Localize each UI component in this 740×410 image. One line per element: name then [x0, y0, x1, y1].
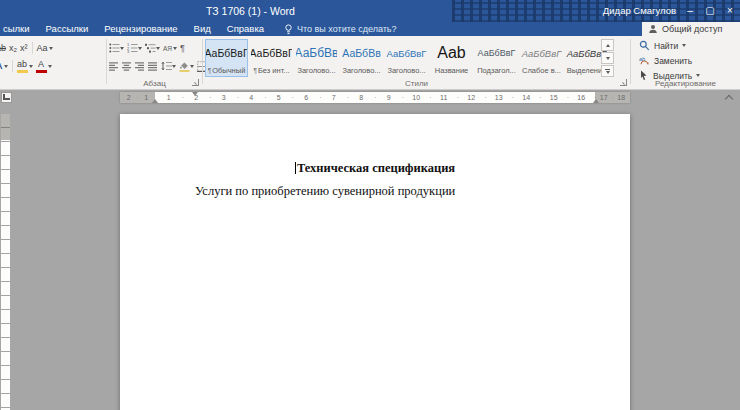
hanging-indent-marker[interactable]	[152, 99, 158, 103]
multilevel-list-button[interactable]	[145, 43, 160, 53]
style-name: ¶Обычный	[208, 66, 246, 76]
change-case-button[interactable]: Аа	[37, 43, 53, 53]
text-effects-button[interactable]: А	[0, 61, 8, 71]
style-chip-title[interactable]: Аab Название	[430, 39, 473, 77]
ruler-number: 8	[348, 92, 376, 103]
ruler-number: 6	[293, 92, 321, 103]
sort-button[interactable]: АЯ	[163, 45, 177, 52]
align-right-button[interactable]	[135, 62, 145, 71]
style-sample: АаБбВв	[296, 40, 337, 66]
maximize-button[interactable]: ▢	[700, 0, 720, 22]
tell-me-label: Что вы хотите сделать?	[297, 24, 397, 34]
subscript-button[interactable]: x₂	[9, 43, 17, 53]
tell-me-search[interactable]: Что вы хотите сделать?	[284, 24, 397, 35]
show-paragraph-marks-button[interactable]: ¶	[180, 43, 185, 53]
style-chip-subtitle[interactable]: АаБбВвГ Подзагол...	[475, 39, 518, 77]
gallery-more-button[interactable]	[601, 65, 614, 77]
svg-text:3: 3	[127, 49, 130, 53]
style-sample: АаБбВвГ	[521, 40, 562, 66]
style-name: Подзагол...	[477, 66, 516, 76]
style-sample: АаБбВвГ	[251, 40, 292, 66]
style-name: Заголово...	[387, 66, 425, 76]
paragraph-group: 123 АЯ ¶	[107, 36, 202, 89]
tab-review[interactable]: Рецензирование	[96, 22, 185, 36]
tab-view[interactable]: Вид	[186, 22, 219, 36]
paragraph-mark: ¶	[253, 66, 257, 76]
document-paragraph[interactable]: Услуги по приобретению сувенирной продук…	[155, 184, 595, 199]
ruler-number: 12	[458, 92, 486, 103]
divider	[32, 42, 33, 54]
style-chip-heading3[interactable]: АаБбВвГ Заголово...	[385, 39, 428, 77]
style-name: Слабое в...	[522, 66, 561, 76]
font-color-button[interactable]: А	[36, 60, 52, 73]
gallery-scroll-up-button[interactable]	[601, 39, 614, 51]
share-button[interactable]: Общий доступ	[642, 22, 740, 36]
styles-group-label: Стили	[203, 79, 630, 88]
paragraph-mark: ¶	[208, 66, 212, 76]
styles-dialog-launcher[interactable]	[620, 79, 627, 86]
replace-button[interactable]: ab Заменить	[639, 55, 692, 66]
align-center-button[interactable]	[122, 62, 132, 71]
style-sample: АаБбВвГ	[386, 40, 427, 66]
document-page[interactable]: Техническая спецификация Услуги по приоб…	[120, 114, 630, 410]
text-highlight-button[interactable]: ab	[17, 60, 33, 73]
ruler-number: 10	[403, 92, 431, 103]
style-name: Название	[435, 66, 469, 76]
tab-help[interactable]: Справка	[219, 22, 272, 36]
ruler-text-area: 1 2 3 4 5 6 7 8 9 10 11 12 13 14 15 16	[155, 92, 595, 103]
strikethrough-button[interactable]: ab	[0, 43, 6, 53]
first-line-indent-marker[interactable]	[192, 92, 198, 96]
ruler-number: 5	[265, 92, 293, 103]
tab-references-partial[interactable]: сылки	[0, 22, 38, 36]
replace-label: Заменить	[654, 56, 692, 66]
chevron-up-icon	[606, 44, 610, 47]
ruler-number: 18	[613, 92, 631, 103]
tab-mailings[interactable]: Рассылки	[38, 22, 97, 36]
chevron-down-icon	[156, 47, 160, 50]
style-chip-heading2[interactable]: АаБбВв Заголово...	[340, 39, 383, 77]
title-bar: ТЗ 1706 (1) - Word Дидар Смагулов – ▢ ×	[0, 0, 740, 22]
editing-group-label: Редактирование	[631, 79, 740, 88]
collapse-ribbon-button[interactable]	[723, 93, 735, 103]
more-icon	[605, 69, 610, 70]
chevron-down-icon	[606, 57, 610, 60]
tab-stop-icon	[3, 94, 10, 100]
sort-arrow-icon	[173, 47, 177, 50]
numbering-button[interactable]: 123	[127, 43, 142, 53]
horizontal-ruler[interactable]: 2 1 1 2 3 4 5 6 7 8 9 10 11 12 13 14 15 …	[120, 92, 630, 103]
replace-icon: ab	[639, 55, 650, 66]
maximize-icon: ▢	[705, 5, 714, 16]
ruler-number: 2	[120, 92, 138, 103]
style-chip-heading1[interactable]: АаБбВв Заголово...	[295, 39, 338, 77]
gallery-scroll-down-button[interactable]	[601, 52, 614, 64]
paragraph-group-label: Абзац	[107, 79, 202, 88]
document-title[interactable]: Техническая спецификация	[120, 161, 630, 176]
shading-button[interactable]	[179, 61, 194, 72]
editing-group: Найти ab Заменить Выделить Редактировани…	[631, 36, 740, 89]
align-left-button[interactable]	[109, 62, 119, 71]
align-right-icon	[135, 62, 145, 71]
find-button[interactable]: Найти	[639, 40, 686, 51]
window-title: ТЗ 1706 (1) - Word	[206, 0, 295, 22]
close-button[interactable]: ×	[720, 0, 740, 22]
ruler-number: 11	[430, 92, 458, 103]
style-chip-no-spacing[interactable]: АаБбВвГ ¶Без инт...	[250, 39, 293, 77]
style-sample: АаБбВвГ	[476, 40, 517, 66]
ruler-number: 1	[155, 92, 183, 103]
share-label: Общий доступ	[662, 24, 722, 34]
style-chip-normal[interactable]: АаБбВвГ ¶Обычный	[205, 39, 248, 77]
justify-button[interactable]	[148, 62, 158, 71]
paragraph-dialog-launcher[interactable]	[192, 79, 199, 86]
paint-bucket-icon	[179, 61, 190, 72]
superscript-button[interactable]: x²	[20, 43, 28, 53]
ruler-number: 7	[320, 92, 348, 103]
tab-selector[interactable]	[1, 92, 12, 103]
chevron-down-icon	[29, 65, 33, 68]
minimize-button[interactable]: –	[680, 0, 700, 22]
style-chip-subtle-emphasis[interactable]: АаБбВвГ Слабое в...	[520, 39, 563, 77]
line-spacing-button[interactable]	[161, 61, 176, 71]
account-name[interactable]: Дидар Смагулов	[603, 0, 676, 22]
chevron-down-icon	[48, 65, 52, 68]
vertical-ruler[interactable]	[1, 114, 10, 410]
bullets-button[interactable]	[109, 43, 124, 53]
